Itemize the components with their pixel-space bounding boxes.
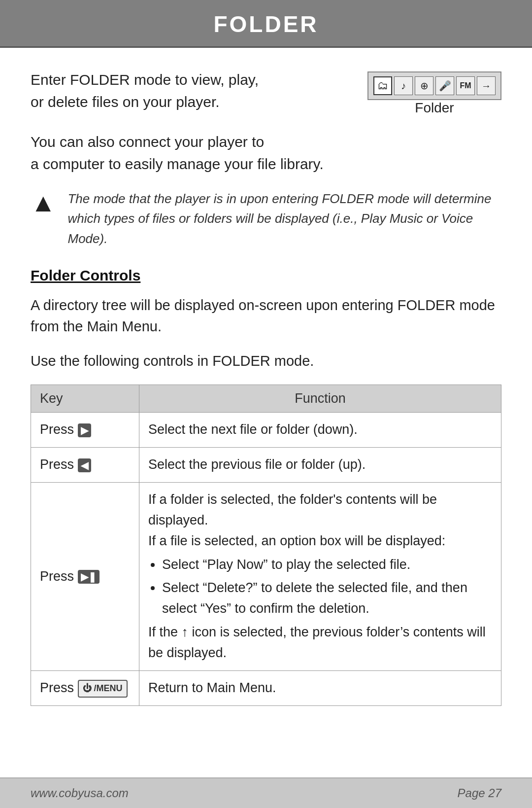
body-para-2: Use the following controls in FOLDER mod… xyxy=(31,351,501,372)
key-cell-next: Press ▶ xyxy=(31,413,139,448)
table-row: Press ⏻ /MENU Return to Main Menu. xyxy=(31,670,501,705)
function-cell-prev: Select the previous file or folder (up). xyxy=(139,448,501,483)
body-para-1: A directory tree will be displayed on-sc… xyxy=(31,295,501,338)
function-intro-text: If a folder is selected, the folder's co… xyxy=(148,492,445,548)
key-press-label-2: Press xyxy=(40,457,78,472)
table-header-function: Function xyxy=(139,385,501,413)
arrow-icon-cell: → xyxy=(477,76,496,95)
table-row: Press ◀ Select the previous file or fold… xyxy=(31,448,501,483)
page-footer: www.cobyusa.com Page 27 xyxy=(0,777,532,808)
intro-para2: You can also connect your player toa com… xyxy=(31,131,501,175)
list-item: Select “Play Now” to play the selected f… xyxy=(162,555,492,575)
key-cell-menu: Press ⏻ /MENU xyxy=(31,670,139,705)
list-item: Select “Delete?” to delete the selected … xyxy=(162,578,492,619)
function-cell-menu: Return to Main Menu. xyxy=(139,670,501,705)
main-content: Enter FOLDER mode to view, play,or delet… xyxy=(0,48,532,777)
fm-icon-cell: FM xyxy=(456,76,475,95)
key-cell-playpause: Press ▶❚ xyxy=(31,483,139,671)
mode-icon-box: 🗂 ♪ ⊕ 🎤 FM → xyxy=(367,71,501,100)
key-press-label-3: Press xyxy=(40,569,78,584)
key-icon-playpause: ▶❚ xyxy=(78,570,100,584)
key-icon-menu: ⏻ /MENU xyxy=(78,680,128,698)
function-cell-next: Select the next file or folder (down). xyxy=(139,413,501,448)
warning-icon: ▲ xyxy=(31,190,56,215)
footer-page-number: Page 27 xyxy=(458,786,501,800)
intro-row: Enter FOLDER mode to view, play,or delet… xyxy=(31,69,501,116)
mic-icon-cell: 🎤 xyxy=(435,76,454,95)
table-row: Press ▶ Select the next file or folder (… xyxy=(31,413,501,448)
mode-icon-wrapper: 🗂 ♪ ⊕ 🎤 FM → Folder xyxy=(367,69,501,116)
folder-icon-cell: 🗂 xyxy=(373,76,392,95)
controls-table: Key Function Press ▶ Select the next fil… xyxy=(31,385,501,705)
page-title: FOLDER xyxy=(0,11,532,37)
section-heading: Folder Controls xyxy=(31,267,501,284)
key-icon-next: ▶ xyxy=(78,423,91,437)
warning-text: The mode that the player is in upon ente… xyxy=(67,189,501,248)
table-header-key: Key xyxy=(31,385,139,413)
key-press-label-1: Press xyxy=(40,422,78,437)
function-cell-playpause: If a folder is selected, the folder's co… xyxy=(139,483,501,671)
key-cell-prev: Press ◀ xyxy=(31,448,139,483)
key-icon-prev: ◀ xyxy=(78,458,91,472)
voice-icon-cell: ⊕ xyxy=(415,76,433,95)
music-icon-cell: ♪ xyxy=(394,76,413,95)
footer-url: www.cobyusa.com xyxy=(31,786,129,800)
key-press-label-4: Press xyxy=(40,680,78,695)
page-header: FOLDER xyxy=(0,0,532,48)
warning-box: ▲ The mode that the player is in upon en… xyxy=(31,189,501,248)
folder-mode-label: Folder xyxy=(415,100,454,116)
function-bullets: Select “Play Now” to play the selected f… xyxy=(148,555,492,620)
table-row: Press ▶❚ If a folder is selected, the fo… xyxy=(31,483,501,671)
intro-text-para1: Enter FOLDER mode to view, play,or delet… xyxy=(31,69,259,113)
function-outro-text: If the ↑ icon is selected, the previous … xyxy=(148,625,486,660)
